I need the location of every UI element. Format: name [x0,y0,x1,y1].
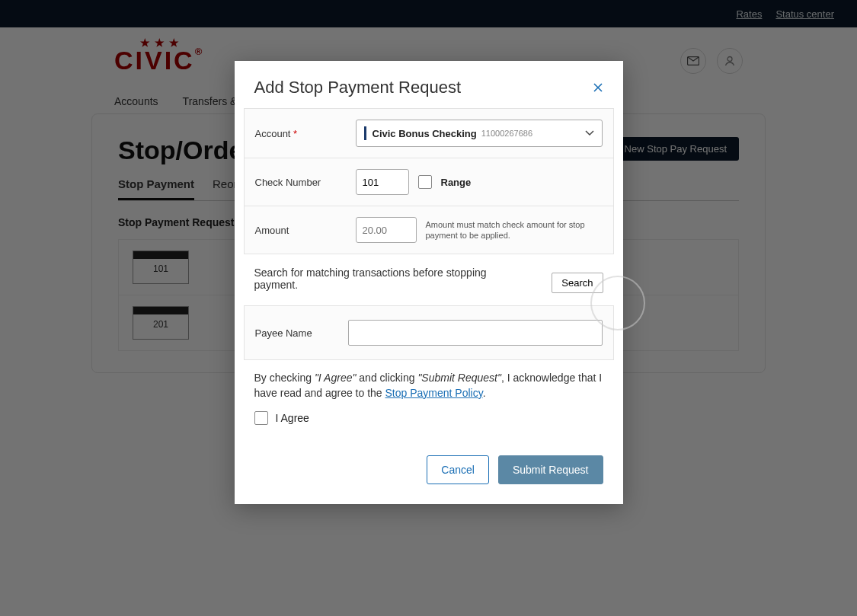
amount-helper-text: Amount must match check amount for stop … [426,219,603,241]
stop-payment-modal: Add Stop Payment Request Account * Civic… [235,61,623,504]
modal-title: Add Stop Payment Request [254,78,462,97]
form-block: Account * Civic Bonus Checking 110002676… [244,108,614,254]
stop-payment-policy-link[interactable]: Stop Payment Policy [385,387,483,399]
chevron-down-icon [585,130,594,136]
account-row: Account * Civic Bonus Checking 110002676… [245,109,613,158]
close-button[interactable] [593,82,603,93]
payee-row: Payee Name [244,305,614,360]
payee-name-input[interactable] [348,320,603,346]
legal-text: By checking "I Agree" and clicking "Subm… [235,360,623,401]
amount-row: Amount Amount must match check amount fo… [245,206,613,254]
amount-input[interactable] [356,217,417,243]
amount-label: Amount [255,225,347,236]
close-icon [593,82,603,93]
range-checkbox[interactable] [418,175,432,189]
account-select[interactable]: Civic Bonus Checking 11000267686 [356,120,603,147]
search-button[interactable]: Search [552,273,603,293]
account-number: 11000267686 [481,129,532,138]
range-label: Range [441,177,472,188]
check-number-row: Check Number Range [245,158,613,206]
submit-button[interactable]: Submit Request [498,455,603,484]
agree-label: I Agree [276,412,309,424]
account-name: Civic Bonus Checking [373,128,477,139]
cancel-button[interactable]: Cancel [427,455,489,484]
account-indicator-icon [364,126,366,140]
account-label: Account * [255,128,347,139]
check-number-label: Check Number [255,177,347,188]
agree-checkbox[interactable] [254,411,268,425]
search-instruction: Search for matching transactions before … [254,267,513,291]
check-number-input[interactable] [356,169,409,195]
payee-label: Payee Name [255,327,339,339]
